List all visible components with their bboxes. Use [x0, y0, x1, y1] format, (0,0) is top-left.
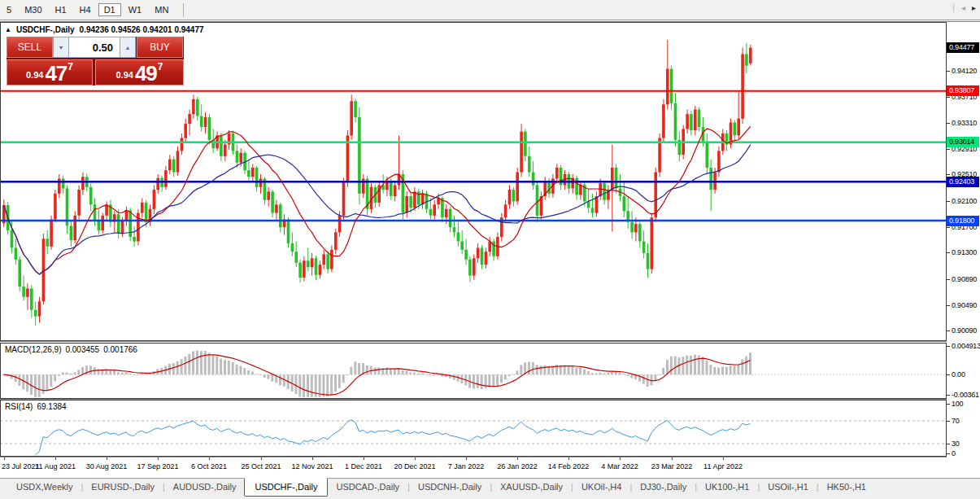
sell-price-big: 47: [45, 63, 67, 83]
candle-body: [18, 260, 21, 287]
sell-price-box[interactable]: 0.94 47 7: [7, 59, 93, 85]
tab-hk50-h1[interactable]: HK50-,H1: [819, 479, 874, 496]
sell-button[interactable]: SELL: [7, 37, 53, 58]
pane-separator[interactable]: [0, 399, 980, 400]
timeframe-button-w1[interactable]: W1: [123, 3, 148, 16]
timeframe-button-m30[interactable]: M30: [19, 3, 47, 16]
timeframe-button-d1[interactable]: D1: [98, 3, 121, 16]
macd-histogram-bar: [520, 365, 522, 374]
date-tick-mark: [312, 457, 313, 460]
volume-input[interactable]: 0.50: [69, 37, 120, 58]
candle-body: [453, 227, 456, 232]
macd-histogram-bar: [619, 372, 621, 374]
timeframe-button-mn[interactable]: MN: [149, 3, 174, 16]
tab-usdx-weekly[interactable]: USDX,Weekly: [8, 479, 81, 496]
tab-eurusd-daily[interactable]: EURUSD-,Daily: [83, 479, 163, 496]
tab-ukoil-h4[interactable]: UKOil-,H4: [573, 479, 630, 496]
candle-body: [615, 168, 618, 188]
macd-histogram-bar: [322, 374, 324, 396]
macd-axis-label: -0.00361: [952, 391, 979, 399]
macd-histogram-bar: [425, 374, 428, 375]
candle-body: [94, 204, 97, 221]
timeframe-button-h4[interactable]: H4: [74, 3, 97, 16]
candle-body: [737, 119, 740, 136]
candle-body: [184, 124, 187, 138]
buy-price-box[interactable]: 0.94 49 7: [95, 59, 184, 85]
macd-pane-canvas[interactable]: [0, 343, 947, 399]
candle-body: [464, 250, 468, 260]
collapse-panel-icon[interactable]: ▲: [5, 26, 11, 33]
candle-body: [611, 168, 614, 190]
rsi-pane-border: [1, 401, 947, 457]
date-label: 26 Jan 2022: [494, 462, 540, 471]
macd-axis-label: 0.004913: [952, 342, 980, 350]
date-label: 25 Oct 2021: [238, 462, 284, 471]
macd-histogram-bar: [117, 372, 120, 374]
pane-separator[interactable]: [0, 341, 980, 342]
macd-histogram-bar: [374, 367, 377, 374]
tab-xauusd-daily[interactable]: XAUUSD-,Daily: [492, 479, 571, 496]
candle-body: [698, 110, 701, 127]
candle-body: [251, 168, 255, 177]
candle-body: [247, 170, 250, 177]
macd-histogram-bar: [429, 374, 432, 375]
tab-usdcnh-daily[interactable]: USDCNH-,Daily: [410, 479, 490, 496]
tab-usoil-h1[interactable]: USOil-,H1: [760, 479, 817, 496]
candle-body: [342, 182, 346, 216]
candle-body: [694, 110, 697, 130]
axis-tick-mark: [947, 453, 950, 454]
candle-body: [647, 253, 650, 269]
volume-decrease-button[interactable]: ▼: [53, 37, 69, 58]
macd-histogram-bar: [358, 363, 360, 374]
timeframe-button-h1[interactable]: H1: [50, 3, 72, 16]
date-label: 11 Apr 2022: [700, 462, 746, 471]
candle-body: [532, 173, 535, 186]
candle-body: [457, 232, 460, 241]
tab-scroll-left-icon[interactable]: ◂: [961, 3, 965, 12]
price-axis[interactable]: 0.945100.941200.937100.933100.929100.925…: [947, 22, 980, 457]
chart-title: ▲ USDCHF-,Daily 0.94236 0.94526 0.94201 …: [5, 25, 204, 34]
macd-name: MACD(12,26,9): [5, 345, 61, 354]
candle-body: [101, 216, 104, 230]
candle-body: [670, 69, 673, 103]
macd-histogram-bar: [488, 374, 490, 387]
macd-histogram-bar: [145, 374, 147, 374]
rsi-indicator-label: RSI(14)69.1384: [5, 402, 71, 411]
buy-price-big: 49: [135, 63, 157, 83]
price-badge-0.93014: 0.93014: [947, 137, 979, 147]
candle-body: [121, 221, 124, 234]
price-tick-label: 0.90490: [952, 301, 977, 309]
candle-body: [220, 135, 223, 155]
macd-histogram-bar: [239, 365, 242, 374]
candle-body: [520, 132, 523, 173]
candle-body: [255, 168, 259, 187]
macd-histogram-bar: [647, 374, 649, 387]
volume-increase-button[interactable]: ▲: [120, 37, 136, 58]
tab-usdcad-daily[interactable]: USDCAD-,Daily: [328, 479, 407, 496]
candle-body: [516, 173, 519, 202]
macd-histogram-bar: [283, 374, 285, 387]
tab-audusd-daily[interactable]: AUDUSD-,Daily: [165, 479, 245, 496]
macd-pane-border: [1, 344, 947, 399]
tab-scroll-right-icon[interactable]: ▸: [972, 3, 976, 12]
macd-histogram-bar: [662, 368, 664, 374]
macd-histogram-bar: [500, 374, 503, 383]
date-axis[interactable]: 23 Jul 202111 Aug 202130 Aug 202117 Sep …: [0, 457, 947, 478]
macd-histogram-bar: [354, 361, 356, 374]
tab-dj30-daily[interactable]: DJ30-,Daily: [632, 479, 695, 496]
candle-body: [405, 196, 408, 213]
candle-body: [709, 168, 712, 190]
candle-body: [224, 145, 227, 156]
buy-button[interactable]: BUY: [137, 37, 183, 58]
rsi-axis-label: 70: [952, 417, 960, 425]
timeframe-button-5[interactable]: 5: [1, 3, 17, 16]
candle-body: [156, 178, 159, 190]
macd-histogram-bar: [540, 365, 542, 374]
tab-uk100-h1[interactable]: UK100-,H1: [697, 479, 757, 496]
macd-histogram-bar: [192, 352, 194, 375]
rsi-pane-canvas[interactable]: [0, 400, 947, 457]
tab-usdchf-daily[interactable]: USDCHF-,Daily: [244, 478, 328, 497]
macd-histogram-bar: [62, 373, 64, 375]
macd-histogram-bar: [228, 361, 230, 374]
macd-histogram-bar: [311, 374, 313, 397]
